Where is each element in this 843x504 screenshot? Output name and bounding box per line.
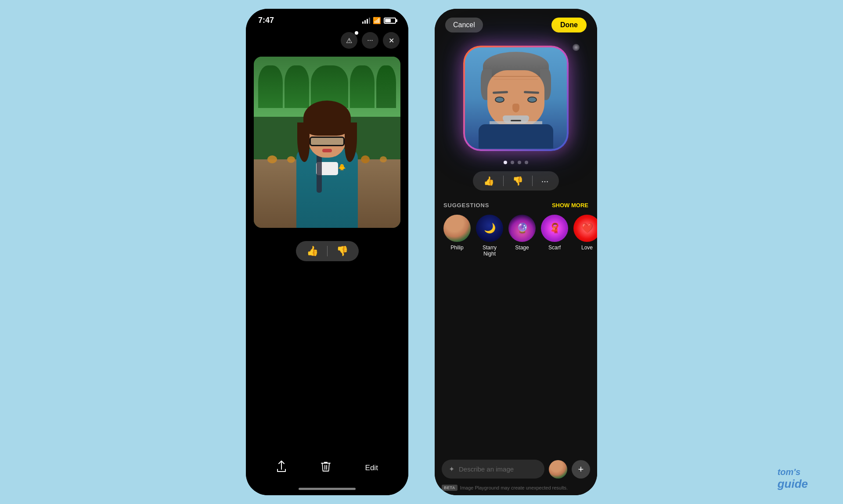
photo-scene: 🐥 bbox=[254, 57, 400, 228]
suggestion-label-love: Love bbox=[581, 245, 593, 251]
suggestion-philip[interactable]: Philip bbox=[443, 215, 471, 257]
report-icon: ⚠ bbox=[346, 36, 352, 45]
suggestion-stage[interactable]: 🔮 Stage bbox=[508, 215, 536, 257]
search-pill[interactable]: ✦ Describe an image bbox=[442, 460, 544, 479]
status-time: 7:47 bbox=[258, 16, 274, 25]
watermark-line2: guide bbox=[778, 477, 808, 491]
action-divider-2 bbox=[532, 176, 533, 186]
status-bar-1: 7:47 📶 bbox=[246, 9, 408, 29]
cancel-button[interactable]: Cancel bbox=[445, 18, 483, 32]
watermark: tom's guide bbox=[778, 467, 808, 491]
suggestion-label-scarf: Scarf bbox=[548, 245, 561, 251]
suggestion-thumb-scarf: 🧣 bbox=[541, 215, 568, 242]
status-icons: 📶 bbox=[362, 17, 396, 25]
show-more-button[interactable]: SHOW MORE bbox=[552, 202, 588, 209]
suggestion-thumb-stage: 🔮 bbox=[508, 215, 536, 242]
beta-badge: BETA bbox=[442, 485, 458, 491]
add-button[interactable]: + bbox=[572, 460, 590, 479]
search-placeholder: Describe an image bbox=[459, 465, 514, 473]
phone-2: Cancel Done bbox=[435, 9, 597, 495]
thumbs-down-button[interactable]: 👎 bbox=[336, 245, 348, 257]
report-button[interactable]: ⚠ bbox=[341, 32, 357, 49]
sparkle-icon: ✦ bbox=[449, 465, 454, 473]
more-action[interactable]: ··· bbox=[541, 176, 549, 186]
suggestion-thumb-philip bbox=[443, 215, 471, 242]
feedback-divider bbox=[327, 246, 328, 256]
done-button[interactable]: Done bbox=[551, 18, 587, 32]
suggestion-label-philip: Philip bbox=[450, 245, 463, 251]
beta-text: Image Playground may create unexpected r… bbox=[460, 485, 568, 490]
dot-4 bbox=[525, 161, 528, 164]
action-row: 👍 👎 ··· bbox=[435, 169, 597, 198]
avatar-inner bbox=[465, 47, 567, 149]
share-button[interactable] bbox=[276, 461, 287, 475]
suggestion-label-starry-night: Starry Night bbox=[476, 245, 503, 257]
avatar-glow bbox=[463, 46, 569, 151]
signal-icon bbox=[362, 18, 370, 24]
feedback-pill: 👍 👎 bbox=[296, 241, 359, 261]
avatar-section bbox=[435, 37, 597, 155]
home-indicator bbox=[299, 488, 356, 490]
more-button[interactable]: ··· bbox=[362, 32, 378, 49]
suggestions-header: SUGGESTIONS SHOW MORE bbox=[443, 202, 588, 209]
search-avatar bbox=[549, 460, 567, 479]
close-icon: ✕ bbox=[389, 36, 394, 45]
action-divider-1 bbox=[503, 176, 504, 186]
man-portrait bbox=[465, 47, 567, 149]
dot-2 bbox=[511, 161, 514, 164]
close-button[interactable]: ✕ bbox=[383, 32, 400, 49]
suggestion-label-stage: Stage bbox=[515, 245, 529, 251]
photo-area: 🐥 bbox=[254, 57, 400, 228]
header-2: Cancel Done bbox=[435, 9, 597, 37]
suggestion-starry-night[interactable]: 🌙 Starry Night bbox=[476, 215, 503, 257]
dots-indicator bbox=[435, 155, 597, 169]
dot-3 bbox=[518, 161, 521, 164]
suggestion-scarf[interactable]: 🧣 Scarf bbox=[541, 215, 568, 257]
beta-notice: BETA Image Playground may create unexpec… bbox=[435, 483, 597, 495]
bottom-bar-1: Edit bbox=[246, 454, 408, 484]
dot-1 bbox=[504, 161, 507, 164]
thumbs-up-action[interactable]: 👍 bbox=[483, 176, 494, 186]
action-pill: 👍 👎 ··· bbox=[473, 171, 559, 191]
suggestions-title: SUGGESTIONS bbox=[443, 202, 489, 209]
more-icon: ··· bbox=[367, 36, 373, 44]
thumbs-up-button[interactable]: 👍 bbox=[306, 245, 318, 257]
suggestion-thumb-starry-night: 🌙 bbox=[476, 215, 503, 242]
person-figure: 🐥 bbox=[283, 87, 371, 228]
phone-1: 7:47 📶 ⚠ bbox=[246, 9, 408, 495]
thumbs-down-action[interactable]: 👎 bbox=[512, 176, 523, 186]
battery-icon bbox=[384, 18, 396, 24]
watermark-line1: tom's bbox=[778, 467, 808, 477]
delete-button[interactable] bbox=[321, 461, 331, 475]
phones-container: 7:47 📶 ⚠ bbox=[246, 9, 597, 495]
suggestion-love[interactable]: ❤️ Love bbox=[573, 215, 597, 257]
suggestions-row: Philip 🌙 Starry Night 🔮 Stage 🧣 bbox=[443, 215, 588, 257]
search-row: ✦ Describe an image + bbox=[435, 455, 597, 483]
wifi-icon: 📶 bbox=[373, 17, 381, 25]
toolbar-1: ⚠ ··· ✕ bbox=[246, 29, 408, 52]
notification-dot bbox=[355, 31, 358, 35]
feedback-bar: 👍 👎 bbox=[246, 232, 408, 270]
suggestions-section: SUGGESTIONS SHOW MORE Philip 🌙 Starry bbox=[435, 198, 597, 262]
suggestion-thumb-love: ❤️ bbox=[573, 215, 597, 242]
edit-button[interactable]: Edit bbox=[365, 464, 378, 472]
